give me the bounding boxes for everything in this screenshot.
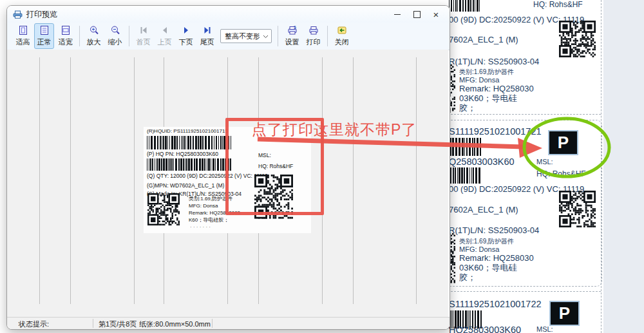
toolbar-separator (278, 26, 278, 46)
chevron-down-icon (263, 34, 269, 39)
status-bar: 状态提示: 第1页/共8页 纸张:80.0mm×50.0mm (7, 317, 450, 329)
last-page-icon (202, 25, 213, 37)
pn-text: Q25803003K60 (449, 157, 515, 167)
fit-width-button[interactable]: 适宽 (55, 23, 75, 49)
toolbar-separator (129, 26, 129, 46)
first-page-button[interactable]: 首页 (133, 23, 153, 49)
guide-line (416, 57, 417, 304)
status-separator (93, 319, 93, 328)
close-button[interactable]: × (426, 7, 446, 21)
remark2-text: 03K60；导电硅 (459, 94, 517, 103)
guide-line (353, 57, 354, 304)
mfg-text: MFG: Donsa (459, 245, 499, 253)
fit-width-icon (61, 25, 71, 37)
barcode (147, 136, 232, 149)
zoom-in-button[interactable]: 放大 (84, 23, 104, 49)
hquid-text: S11119251021001721 (449, 127, 542, 137)
prev-page-button[interactable]: 上页 (155, 23, 175, 49)
lot-text: R(1T)L/N: SS250903-04 (449, 57, 539, 66)
next-page-icon (181, 25, 191, 37)
print-settings-button[interactable]: 5 设置 (282, 23, 302, 49)
title-bar[interactable]: 打印预览 × (7, 6, 450, 23)
printer-icon (13, 10, 23, 19)
rohs-text: HQ: Rohs&HF (536, 170, 586, 178)
remark2-text: K60；导电硅胶； (189, 218, 229, 223)
barcode (147, 158, 232, 171)
normal-view-button[interactable]: 正常 (34, 23, 54, 49)
status-separator (212, 319, 213, 328)
remark2-text: 03K60；导电硅 (459, 263, 517, 272)
mpn-text: 7602A_ELC_1 (M) (449, 205, 518, 214)
annotation-note: 点了打印这里就不带P了 (252, 120, 417, 140)
paper-size-indicator: 纸张:80.0mm×50.0mm (139, 319, 211, 329)
toolbar-separator (327, 26, 328, 46)
toolbar: 适高 正常 适宽 放大 缩小 首页 (7, 23, 450, 50)
close-preview-button[interactable]: 关闭 (332, 23, 352, 49)
p-badge: P (549, 301, 580, 326)
print-button[interactable]: 打印 (303, 23, 323, 49)
lot-text: R(1T)L/N: SS250903-04 (449, 226, 539, 235)
screen: HQ: Rohs&HF 00 (9D) DC:20250922 (V) VC: … (0, 0, 644, 333)
normal-view-icon (39, 25, 50, 37)
remark3-text: 胶； (459, 104, 476, 113)
hquid-text: (R)HQUID: PS11119251021001715 (147, 129, 228, 134)
perforation-dots: · · · · · · · (190, 225, 211, 230)
svg-text:5: 5 (294, 25, 296, 30)
zoom-in-icon (89, 25, 99, 37)
hquid-text: S11119251021001722 (449, 300, 542, 310)
status-hint-label: 状态提示: (19, 319, 49, 329)
printer-icon (308, 25, 319, 37)
guide-line (70, 57, 71, 304)
zoom-mode-select[interactable]: 整高不变形 (220, 29, 272, 43)
fit-height-button[interactable]: 适高 (13, 23, 33, 49)
qr-code (559, 191, 596, 227)
mpn-text: (G)MPN: WD7602A_ELC_1 (M) (147, 183, 224, 189)
remark-text: Remark: HQ258030 (459, 84, 534, 93)
category-text: 类别:1.69,防护器件 (459, 68, 514, 75)
minimize-button[interactable] (388, 7, 407, 21)
next-page-button[interactable]: 下页 (176, 23, 196, 49)
page-indicator: 第1页/共8页 (99, 319, 137, 329)
qr-code (147, 193, 181, 225)
guide-line (39, 57, 40, 304)
remark3-text: 胶； (459, 273, 476, 282)
guide-line (134, 57, 135, 304)
mfg-text: MFG: Donsa (459, 76, 499, 84)
msl-text: MSL: (536, 158, 553, 166)
window-title: 打印预览 (26, 9, 57, 20)
label1-border-bottom (444, 114, 601, 115)
pn-text: HQ25803003K60 (449, 325, 521, 333)
barcode (449, 138, 482, 156)
msl-text: MSL: (536, 325, 553, 333)
maximize-button[interactable] (407, 7, 426, 21)
rohs-text: HQ: Rohs&HF (533, 1, 583, 9)
zoom-out-icon (110, 25, 120, 37)
category-text: 类别:1.69,防护器件 (459, 238, 514, 245)
label3-border-top (444, 291, 601, 292)
qr-code (559, 21, 596, 57)
prev-page-icon (160, 25, 170, 37)
p-badge: P (548, 130, 578, 155)
exit-icon (337, 25, 347, 37)
last-page-button[interactable]: 尾页 (197, 23, 217, 49)
toolbar-separator (79, 26, 80, 46)
barcode (449, 0, 481, 12)
print-settings-icon: 5 (287, 25, 298, 37)
mfg-text: MFG: Donsa (189, 204, 218, 209)
mpn-text: 7602A_ELC_1 (M) (449, 35, 518, 44)
pn-text: (P) HQ PN: HQ25803003K60 (147, 151, 218, 157)
remark-text: Remark: HQ258030 (459, 254, 534, 263)
side-panel (603, 0, 644, 333)
zoom-out-button[interactable]: 缩小 (105, 23, 125, 49)
fit-height-icon (18, 25, 28, 37)
barcode (449, 167, 482, 184)
first-page-icon (138, 25, 149, 37)
